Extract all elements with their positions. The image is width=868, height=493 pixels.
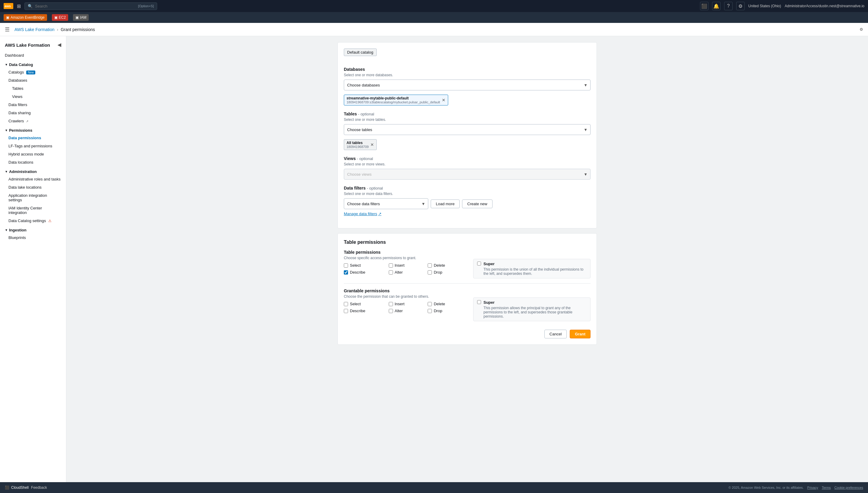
footer-cookies-link[interactable]: Cookie preferences: [834, 486, 863, 489]
datafilters-optional: - optional: [367, 186, 383, 190]
perms-left: Table permissions Choose specific access…: [344, 250, 461, 278]
external-link-icon: ↗: [26, 120, 28, 123]
datafilters-select[interactable]: Choose data filters: [344, 198, 428, 209]
create-new-button[interactable]: Create new: [462, 199, 492, 208]
feedback-button[interactable]: Feedback: [31, 486, 47, 490]
grantable-checkbox-insert[interactable]: [389, 302, 393, 306]
perm-checkbox-alter[interactable]: [389, 270, 393, 275]
sidebar-item-tables[interactable]: Tables: [0, 84, 66, 92]
grantable-check-describe[interactable]: Describe: [344, 308, 381, 313]
table-perms-desc: Choose specific access permissions to gr…: [344, 256, 461, 260]
sidebar-section-permissions[interactable]: ▼ Permissions: [0, 125, 66, 134]
views-label: Views - optional: [344, 156, 591, 161]
table-tag-sub: 180941968709: [347, 145, 369, 149]
grant-button[interactable]: Grant: [570, 330, 591, 338]
footer-left: ⬛ CloudShell Feedback: [5, 486, 47, 490]
sidebar-section-admin[interactable]: ▼ Administration: [0, 166, 66, 175]
datafilters-select-wrapper: Choose data filters ▼: [344, 198, 428, 209]
region-selector[interactable]: United States (Ohio): [748, 4, 781, 8]
perm-check-delete[interactable]: Delete: [428, 263, 461, 267]
grantable-checkbox-alter[interactable]: [389, 309, 393, 313]
perm-check-describe[interactable]: Describe: [344, 270, 381, 275]
tables-optional: - optional: [358, 112, 374, 116]
grantable-checkbox-describe[interactable]: [344, 309, 348, 313]
hamburger-icon[interactable]: ☰: [5, 26, 9, 33]
search-input[interactable]: [35, 4, 136, 8]
sidebar-item-dashboard[interactable]: Dashboard: [0, 51, 66, 59]
footer-terms-link[interactable]: Terms: [822, 486, 831, 489]
perm-checkbox-select[interactable]: [344, 263, 348, 267]
sidebar-item-hybridaccess[interactable]: Hybrid access mode: [0, 150, 66, 158]
sidebar-item-views[interactable]: Views: [0, 92, 66, 101]
sidebar-item-datapermissions[interactable]: Data permissions: [0, 134, 66, 142]
sidebar-item-blueprints[interactable]: Blueprints: [0, 234, 66, 242]
sidebar-item-catalogs[interactable]: Catalogs New: [0, 68, 66, 76]
sidebar-section-datacatalog[interactable]: ▼ Data Catalog: [0, 59, 66, 68]
top-nav: aws ⊞ 🔍 [Option+S] ⬛ 🔔 ? ⚙ United States…: [0, 0, 868, 12]
datafilters-sublabel: Select one or more data filters.: [344, 192, 591, 196]
databases-select[interactable]: Choose databases: [344, 80, 591, 90]
tables-select[interactable]: Choose tables: [344, 124, 591, 135]
service-ec2[interactable]: ▣ EC2: [52, 14, 68, 21]
service-eventbridge[interactable]: ▣ Amazon EventBridge: [4, 14, 47, 21]
cancel-button[interactable]: Cancel: [544, 330, 567, 338]
sidebar-item-iamidentity[interactable]: IAM Identity Center integration: [0, 204, 66, 217]
content-inner: Default catalog Databases Select one or …: [331, 36, 603, 356]
grantable-checkbox-select[interactable]: [344, 302, 348, 306]
perm-checkbox-super[interactable]: [477, 261, 481, 265]
sidebar-item-catalogsettings[interactable]: Data Catalog settings ⚠: [0, 217, 66, 225]
breadcrumb-parent[interactable]: AWS Lake Formation: [15, 27, 55, 32]
table-tag-close[interactable]: ✕: [370, 143, 374, 147]
perm-check-drop[interactable]: Drop: [428, 270, 461, 275]
cloudshell-button[interactable]: ⬛ CloudShell: [5, 486, 29, 490]
grantable-check-drop[interactable]: Drop: [428, 308, 461, 313]
sidebar-item-datafilters[interactable]: Data filters: [0, 101, 66, 109]
sidebar-item-crawlers[interactable]: Crawlers ↗: [0, 117, 66, 125]
grantable-checkbox-delete[interactable]: [428, 302, 432, 306]
perm-checkbox-insert[interactable]: [389, 263, 393, 267]
grantable-checkboxes: Select Insert Delete: [344, 302, 461, 313]
search-box[interactable]: 🔍 [Option+S]: [24, 2, 157, 10]
sidebar-item-lftags[interactable]: LF-Tags and permissions: [0, 142, 66, 150]
sidebar-item-lakelocations[interactable]: Data lake locations: [0, 183, 66, 191]
page-settings-icon[interactable]: ⚙: [860, 27, 863, 31]
table-tag-name: All tables: [347, 141, 369, 145]
views-select[interactable]: Choose views: [344, 169, 591, 179]
grantable-check-alter[interactable]: Alter: [389, 308, 421, 313]
perm-check-select[interactable]: Select: [344, 263, 381, 267]
terminal-icon[interactable]: ⬛: [700, 2, 708, 10]
sidebar-collapse-btn[interactable]: ◀: [58, 42, 61, 48]
manage-data-filters-link[interactable]: Manage data filters ↗: [344, 212, 381, 216]
settings-icon[interactable]: ⚙: [736, 2, 745, 10]
grantable-checkbox-drop[interactable]: [428, 309, 432, 313]
warning-icon: ⚠: [48, 219, 51, 223]
user-menu[interactable]: AdministratorAccess/dustin.nest@streamna…: [785, 4, 864, 8]
sidebar-item-datasharing[interactable]: Data sharing: [0, 109, 66, 117]
perm-checkbox-delete[interactable]: [428, 263, 432, 267]
super-perm-label: Super: [483, 261, 586, 266]
grantable-checkbox-super[interactable]: [477, 300, 481, 304]
sidebar-item-adminroles[interactable]: Administrative roles and tasks: [0, 175, 66, 183]
aws-logo: aws: [4, 3, 13, 9]
perm-checkbox-drop[interactable]: [428, 270, 432, 275]
perm-check-alter[interactable]: Alter: [389, 270, 421, 275]
arrow-icon: ▼: [5, 229, 8, 232]
default-catalog-tag: Default catalog: [344, 48, 377, 56]
grid-icon[interactable]: ⊞: [17, 3, 21, 9]
grant-permissions-card: Default catalog Databases Select one or …: [337, 42, 597, 229]
perm-check-insert[interactable]: Insert: [389, 263, 421, 267]
perm-checkbox-describe[interactable]: [344, 270, 348, 275]
sidebar-section-ingestion[interactable]: ▼ Ingestion: [0, 225, 66, 234]
notification-icon[interactable]: 🔔: [712, 2, 721, 10]
service-iam[interactable]: ▣ IAM: [73, 14, 89, 21]
sidebar-item-datalocations[interactable]: Data locations: [0, 158, 66, 166]
help-icon[interactable]: ?: [724, 2, 732, 10]
grantable-check-select[interactable]: Select: [344, 302, 381, 306]
sidebar-item-appintegration[interactable]: Application integration settings: [0, 191, 66, 204]
sidebar-item-databases[interactable]: Databases: [0, 76, 66, 84]
footer-privacy-link[interactable]: Privacy: [807, 486, 818, 489]
load-more-button[interactable]: Load more: [431, 199, 460, 208]
grantable-check-insert[interactable]: Insert: [389, 302, 421, 306]
grantable-check-delete[interactable]: Delete: [428, 302, 461, 306]
database-tag-close[interactable]: ✕: [442, 98, 446, 102]
